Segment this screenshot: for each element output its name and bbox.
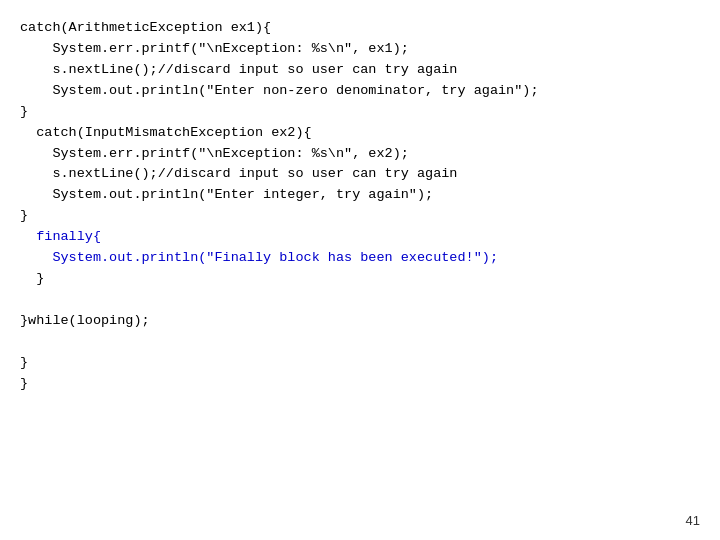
- code-line: System.out.println("Enter integer, try a…: [20, 185, 700, 206]
- code-line-empty: [20, 290, 700, 311]
- code-line: System.err.printf("\nException: %s\n", e…: [20, 39, 700, 60]
- code-line: s.nextLine();//discard input so user can…: [20, 164, 700, 185]
- code-line: System.err.printf("\nException: %s\n", e…: [20, 144, 700, 165]
- code-line-finally-body: System.out.println("Finally block has be…: [20, 248, 700, 269]
- code-line: }: [20, 269, 700, 290]
- code-line: }: [20, 353, 700, 374]
- page-number: 41: [686, 513, 700, 528]
- code-block: catch(ArithmeticException ex1){ System.e…: [0, 0, 720, 413]
- code-line: s.nextLine();//discard input so user can…: [20, 60, 700, 81]
- code-line: }while(looping);: [20, 311, 700, 332]
- code-line-finally: finally{: [20, 227, 700, 248]
- code-line-empty: [20, 332, 700, 353]
- code-line: }: [20, 206, 700, 227]
- code-line: }: [20, 102, 700, 123]
- code-line: System.out.println("Enter non-zero denom…: [20, 81, 700, 102]
- code-line: catch(InputMismatchException ex2){: [20, 123, 700, 144]
- code-line: catch(ArithmeticException ex1){: [20, 18, 700, 39]
- code-line: }: [20, 374, 700, 395]
